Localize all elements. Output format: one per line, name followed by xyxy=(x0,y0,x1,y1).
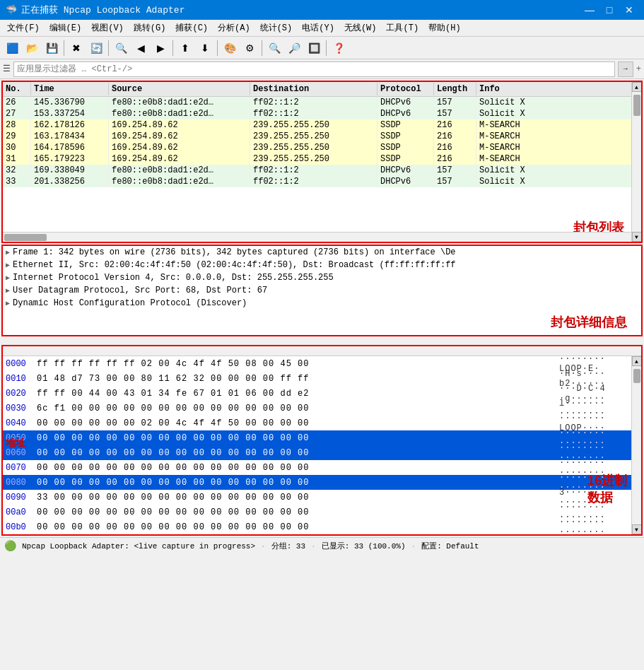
zoom-out-button[interactable]: 🔍 xyxy=(265,39,283,57)
col-header-protocol: Protocol xyxy=(377,83,434,95)
hex-row[interactable]: 0010 01 48 d7 73 00 00 80 11 62 32 00 00… xyxy=(3,371,641,386)
table-row[interactable]: 30 164.178596 169.254.89.62 239.255.255.… xyxy=(3,142,641,153)
menu-view[interactable]: 视图(V) xyxy=(87,20,128,35)
hex-row[interactable]: 00a0 00 00 00 00 00 00 00 00 00 00 00 00… xyxy=(3,505,641,519)
hex-row[interactable]: 0060 00 00 00 00 00 00 00 00 00 00 00 00… xyxy=(3,445,641,460)
menu-edit[interactable]: 编辑(E) xyxy=(45,20,86,35)
menu-stats[interactable]: 统计(S) xyxy=(256,20,297,35)
hex-offset: 0000 xyxy=(3,359,34,369)
menu-tools[interactable]: 工具(T) xyxy=(382,20,423,35)
table-row[interactable]: 32 169.338049 fe80::e0b8:dad1:e2d… ff02:… xyxy=(3,165,641,176)
save-button[interactable]: 💾 xyxy=(42,39,61,57)
open-button[interactable]: 📂 xyxy=(23,39,41,57)
minimize-button[interactable]: — xyxy=(580,3,599,17)
col-header-no: No. xyxy=(3,83,31,95)
expand-arrow: ▶ xyxy=(6,274,10,282)
expand-arrow: ▶ xyxy=(6,248,10,257)
hscroll-thumb[interactable] xyxy=(4,234,47,241)
autoscroll-button[interactable]: ⬇ xyxy=(196,39,214,57)
zoom-fit-button[interactable]: 🔲 xyxy=(305,39,323,57)
filter-bar: ☰ → + xyxy=(0,59,644,79)
detail-text: Dynamic Host Configuration Protocol (Dis… xyxy=(13,298,247,308)
table-row[interactable]: 26 145.336790 fe80::e0b8:dad1:e2d… ff02:… xyxy=(3,97,641,108)
hex-hscroll[interactable] xyxy=(3,346,641,356)
packet-rows: 26 145.336790 fe80::e0b8:dad1:e2d… ff02:… xyxy=(3,97,641,187)
list-item[interactable]: ▶Frame 1: 342 bytes on wire (2736 bits),… xyxy=(3,246,641,259)
table-row[interactable]: 29 163.178434 169.254.89.62 239.255.255.… xyxy=(3,131,641,142)
menu-wireless[interactable]: 无线(W) xyxy=(340,20,381,35)
filter-input[interactable] xyxy=(13,61,615,77)
window-controls: — □ ✕ xyxy=(580,3,638,17)
hex-section: 0000 ff ff ff ff ff ff 02 00 4c 4f 4f 50… xyxy=(1,345,643,536)
help-button[interactable]: ❓ xyxy=(329,39,348,57)
expand-arrow: ▶ xyxy=(6,261,10,269)
filter-bookmark[interactable]: ☰ xyxy=(3,64,11,74)
maximize-button[interactable]: □ xyxy=(600,3,619,17)
scroll-up-arrow[interactable]: ▲ xyxy=(632,82,642,92)
hex-label: 16进制 数据 xyxy=(587,472,627,506)
table-row[interactable]: 31 165.179223 169.254.89.62 239.255.255.… xyxy=(3,153,641,165)
menu-file[interactable]: 文件(F) xyxy=(3,20,44,35)
filter-plus[interactable]: + xyxy=(636,64,641,74)
hex-row[interactable]: 0050 00 00 00 00 00 00 00 00 00 00 00 00… xyxy=(3,430,641,445)
addr-label: 地址 xyxy=(6,437,25,449)
menu-jump[interactable]: 跳转(G) xyxy=(129,20,170,35)
hex-bytes: 00 00 00 00 00 00 00 00 00 00 00 00 00 0… xyxy=(34,448,556,458)
title-bar: 🦈 正在捕获 Npcap Loopback Adapter — □ ✕ xyxy=(0,0,644,20)
hex-offset: 0010 xyxy=(3,374,34,384)
spacer xyxy=(0,338,644,343)
hex-offset: 0030 xyxy=(3,404,34,413)
hex-scroll-down[interactable]: ▼ xyxy=(632,524,642,534)
hex-row[interactable]: 0030 6c f1 00 00 00 00 00 00 00 00 00 00… xyxy=(3,401,641,416)
hex-row[interactable]: 0040 00 00 00 00 00 00 02 00 4c 4f 4f 50… xyxy=(3,416,641,430)
list-item[interactable]: ▶Internet Protocol Version 4, Src: 0.0.0… xyxy=(3,271,641,284)
list-item[interactable]: ▶User Datagram Protocol, Src Port: 68, D… xyxy=(3,284,641,297)
table-row[interactable]: 27 153.337254 fe80::e0b8:dad1:e2d… ff02:… xyxy=(3,108,641,119)
prefs-button[interactable]: ⚙ xyxy=(240,39,259,57)
status-sep-2: · xyxy=(311,542,316,551)
menu-capture[interactable]: 捕获(C) xyxy=(171,20,212,35)
hex-scrollbar[interactable]: ▲ ▼ xyxy=(631,356,641,534)
filter-arrow-right[interactable]: → xyxy=(618,61,633,77)
hex-offset: 0020 xyxy=(3,389,34,399)
detail-text: Ethernet II, Src: 02:00:4c:4f:4f:50 (02:… xyxy=(13,260,456,270)
table-row[interactable]: 28 162.178126 169.254.89.62 239.255.255.… xyxy=(3,119,641,131)
toolbar-sep-2 xyxy=(108,40,109,56)
hex-bytes: ff ff 00 44 00 43 01 34 fe 67 01 01 06 0… xyxy=(34,389,556,399)
list-item[interactable]: ▶Dynamic Host Configuration Protocol (Di… xyxy=(3,297,641,310)
packet-list-hscroll[interactable] xyxy=(3,232,631,242)
menu-analyze[interactable]: 分析(A) xyxy=(213,20,254,35)
close-capture-button[interactable]: ✖ xyxy=(67,39,86,57)
col-header-destination: Destination xyxy=(250,83,377,95)
packet-list-scrollbar[interactable]: ▲ ▼ xyxy=(631,82,641,242)
hex-row[interactable]: 0080 00 00 00 00 00 00 00 00 00 00 00 00… xyxy=(3,475,641,490)
close-button[interactable]: ✕ xyxy=(620,3,638,17)
hex-bytes: 00 00 00 00 00 00 00 00 00 00 00 00 00 0… xyxy=(34,433,556,443)
menu-help[interactable]: 帮助(H) xyxy=(424,20,465,35)
zoom-reset-button[interactable]: 🔎 xyxy=(285,39,303,57)
hex-scroll-thumb[interactable] xyxy=(633,369,640,383)
hex-row[interactable]: 0090 33 00 00 00 00 00 00 00 00 00 00 00… xyxy=(3,490,641,505)
scroll-thumb[interactable] xyxy=(633,95,640,116)
toolbar-sep-3 xyxy=(172,40,173,56)
scroll-down-arrow[interactable]: ▼ xyxy=(632,232,642,242)
hex-row[interactable]: 0070 00 00 00 00 00 00 00 00 00 00 00 00… xyxy=(3,460,641,475)
new-capture-button[interactable]: 🟦 xyxy=(3,39,21,57)
toolbar: 🟦 📂 💾 ✖ 🔄 🔍 ◀ ▶ ⬆ ⬇ 🎨 ⚙ 🔍 🔎 🔲 ❓ xyxy=(0,37,644,59)
hex-row[interactable]: 00b0 00 00 00 00 00 00 00 00 00 00 00 00… xyxy=(3,519,641,534)
back-button[interactable]: ◀ xyxy=(131,39,150,57)
hex-scroll-up[interactable]: ▲ xyxy=(632,356,642,366)
menu-phone[interactable]: 电话(Y) xyxy=(298,20,339,35)
list-item[interactable]: ▶Ethernet II, Src: 02:00:4c:4f:4f:50 (02… xyxy=(3,259,641,271)
forward-button[interactable]: ▶ xyxy=(151,39,170,57)
reload-button[interactable]: 🔄 xyxy=(87,39,105,57)
hex-row[interactable]: 0000 ff ff ff ff ff ff 02 00 4c 4f 4f 50… xyxy=(3,356,641,371)
table-row[interactable]: 33 201.338256 fe80::e0b8:dad1:e2d… ff02:… xyxy=(3,176,641,187)
colorize-button[interactable]: 🎨 xyxy=(221,39,239,57)
hex-bytes: 00 00 00 00 00 00 00 00 00 00 00 00 00 0… xyxy=(34,522,556,532)
hex-row[interactable]: 0020 ff ff 00 44 00 43 01 34 fe 67 01 01… xyxy=(3,386,641,401)
expand-arrow: ▶ xyxy=(6,299,10,307)
status-sep-3: · xyxy=(411,542,416,551)
zoom-in-button[interactable]: ⬆ xyxy=(176,39,194,57)
find-button[interactable]: 🔍 xyxy=(112,39,130,57)
